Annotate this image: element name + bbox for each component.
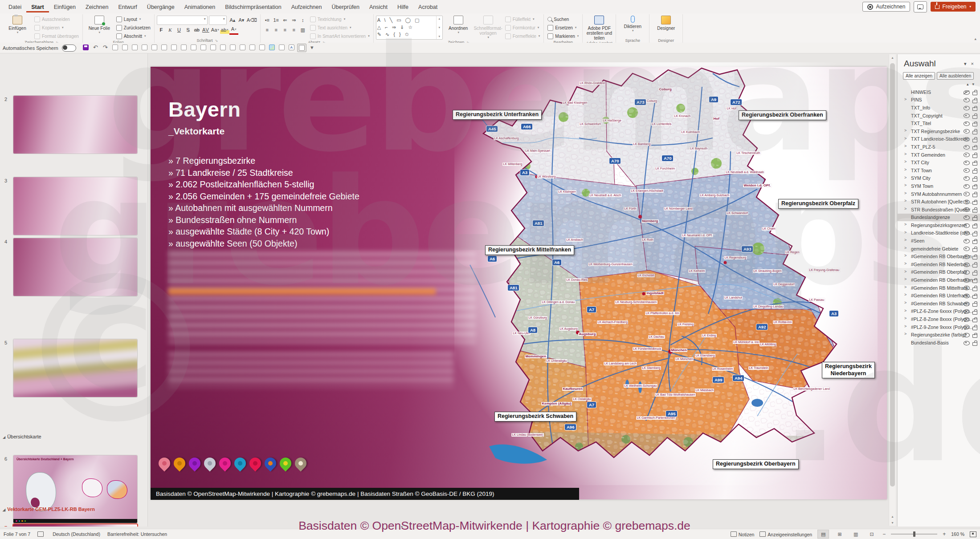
visibility-icon[interactable]	[964, 184, 970, 189]
gallery-scroll-icon[interactable]: ▾	[438, 26, 440, 29]
layer-item-#gemeinden-rb-schwaben[interactable]: >#Gemeinden RB Schwaben	[898, 300, 980, 308]
unlock-icon[interactable]	[972, 100, 977, 103]
unlock-icon[interactable]	[972, 123, 977, 126]
visibility-icon[interactable]	[964, 200, 970, 204]
section-collapse-icon[interactable]: ◢	[3, 508, 5, 512]
section-collapse-icon[interactable]: ◢	[3, 435, 5, 439]
layer-item-#plz-9-zone-9xxxx-polygo[interactable]: >#PLZ-9-Zone 9xxxx (Polygo...	[898, 323, 980, 331]
pane-options-icon[interactable]: ▾	[962, 61, 969, 67]
font-style-button[interactable]: AV	[201, 26, 210, 34]
save-icon[interactable]	[82, 44, 90, 51]
layer-item-#seen[interactable]: >#Seen	[898, 237, 980, 245]
visibility-icon[interactable]	[964, 255, 970, 259]
unlock-icon[interactable]	[972, 280, 977, 283]
duplicate-icon[interactable]	[131, 44, 139, 51]
slide-thumbnail-5[interactable]	[13, 339, 137, 397]
zoom-level[interactable]: 160 %	[951, 531, 964, 537]
expand-chevron-icon[interactable]: >	[904, 292, 906, 297]
share-button[interactable]: Freigeben ▾	[931, 2, 976, 12]
unlock-icon[interactable]	[972, 162, 977, 166]
font-style-button[interactable]: ab▾	[220, 26, 229, 34]
slide-thumbnail-7[interactable]: Bayern	[13, 524, 137, 527]
slide-thumbnail-4[interactable]	[13, 238, 137, 296]
layer-item-txt-copyright[interactable]: TXT_Copyright	[898, 112, 980, 120]
layer-item-txt-titel[interactable]: TXT_Titel	[898, 119, 980, 127]
section-header-übersichtskarte[interactable]: ◢Übersichtskarte	[3, 434, 41, 439]
layer-item-pins[interactable]: >PINS	[898, 96, 980, 104]
paragraph-tool-button[interactable]: ⇒	[290, 16, 298, 24]
unlock-icon[interactable]	[972, 311, 977, 315]
expand-chevron-icon[interactable]: >	[904, 253, 906, 258]
unlock-icon[interactable]	[972, 115, 977, 119]
layer-item-#gemeinden-rb-unterfrank[interactable]: >#Gemeinden RB Unterfrank...	[898, 292, 980, 300]
unlock-icon[interactable]	[972, 201, 977, 205]
language-label[interactable]: Deutsch (Deutschland)	[53, 531, 100, 537]
expand-chevron-icon[interactable]: >	[904, 332, 906, 336]
unlock-icon[interactable]	[972, 139, 977, 142]
draw-icon[interactable]	[170, 44, 178, 51]
slideshow-button[interactable]: ⊡	[866, 530, 877, 538]
layer-item-txt-landkreise-stadtkreise[interactable]: >TXT Landkreise-Stadtkreise	[898, 135, 980, 143]
font-tool-button[interactable]: A⌫	[246, 16, 258, 24]
selpane-icon[interactable]	[297, 44, 306, 52]
layer-item-#gemeinden-rb-oberbayern[interactable]: >#Gemeinden RB Oberbayern	[898, 252, 980, 260]
layer-item-txt-info[interactable]: TXT_Info	[898, 104, 980, 112]
ersetzen-button[interactable]: Ersetzen▾	[546, 24, 580, 32]
crop-icon[interactable]	[248, 44, 257, 51]
menu-tab-start[interactable]: Start	[26, 1, 49, 12]
font-style-button[interactable]: S	[184, 26, 192, 34]
slide-sorter-button[interactable]: ⊞	[834, 530, 845, 538]
layer-item-#gemeinden-rb-oberpfalz[interactable]: >#Gemeinden RB Oberpfalz	[898, 268, 980, 276]
unlock-icon[interactable]	[972, 233, 977, 236]
unlock-icon[interactable]	[972, 272, 977, 276]
erase-icon[interactable]	[180, 44, 188, 51]
visibility-icon[interactable]	[964, 270, 970, 275]
layer-item-sym-city[interactable]: >SYM City	[898, 174, 980, 182]
paragraph-tool-button[interactable]: •≡	[263, 16, 272, 24]
gallery-scroll-icon[interactable]: ▾	[438, 35, 440, 38]
image-icon[interactable]	[268, 44, 276, 51]
menu-tab-ansicht[interactable]: Ansicht	[364, 1, 392, 12]
layer-item-str-autobahnen-quelle-b[interactable]: >STR Autobahnen [Quelle: B...	[898, 198, 980, 206]
layer-item-sym-town[interactable]: >SYM Town	[898, 182, 980, 190]
unlock-icon[interactable]	[972, 288, 977, 291]
charcolor-icon[interactable]	[209, 44, 217, 51]
layer-item-gemeindefreie-gebiete[interactable]: >gemeindefreie Gebiete	[898, 245, 980, 253]
font-tool-button[interactable]: A▴	[228, 16, 237, 24]
font-style-button[interactable]: U	[175, 26, 184, 34]
expand-chevron-icon[interactable]: >	[904, 285, 906, 289]
font-style-button[interactable]: A▾	[229, 25, 238, 35]
normal-view-button[interactable]: ▤	[817, 530, 829, 539]
layer-item-#gemeinden-rb-niederbay[interactable]: >#Gemeinden RB Niederbay...	[898, 260, 980, 268]
expand-chevron-icon[interactable]: >	[904, 136, 906, 141]
shapes-gallery[interactable]: A \ ╲ ▭ ◯ ▢△ ⌐ ⇒ ⇓ ☆✎ ∿ { } ✩▴▾▾	[376, 16, 443, 40]
expand-chevron-icon[interactable]: >	[904, 191, 906, 195]
expand-chevron-icon[interactable]: >	[904, 222, 906, 227]
expand-chevron-icon[interactable]: >	[904, 97, 906, 101]
layer-item-txt-city[interactable]: >TXT City	[898, 158, 980, 166]
menu-tab-entwurf[interactable]: Entwurf	[113, 1, 142, 12]
visibility-icon[interactable]	[964, 113, 970, 118]
layer-item-#gemeinden-rb-oberfranken[interactable]: >#Gemeinden RB Oberfranken	[898, 276, 980, 284]
visibility-icon[interactable]	[964, 341, 970, 345]
layer-item-txt-town[interactable]: >TXT Town	[898, 166, 980, 174]
layer-item-#gemeinden-rb-mittelfrank[interactable]: >#Gemeinden RB Mittelfrank...	[898, 284, 980, 292]
layer-item-#plz-6-zone-6xxxx-polygo[interactable]: >#PLZ-6-Zone 6xxxx (Polygo...	[898, 308, 980, 316]
expand-chevron-icon[interactable]: >	[904, 159, 906, 164]
unlock-icon[interactable]	[972, 131, 977, 134]
visibility-icon[interactable]	[964, 247, 970, 251]
display-settings-button[interactable]: Anzeigeeinstellungen	[760, 531, 812, 537]
visibility-icon[interactable]	[964, 176, 970, 181]
visibility-icon[interactable]	[964, 122, 970, 126]
visibility-off-icon[interactable]	[964, 90, 970, 95]
gallery-scroll-icon[interactable]: ▴	[438, 17, 440, 20]
expand-chevron-icon[interactable]: >	[904, 199, 906, 203]
fontcolor-icon[interactable]	[199, 44, 208, 51]
zoom-in-icon[interactable]: +	[943, 531, 946, 537]
paragraph-tool-button[interactable]: ⇐	[281, 16, 290, 24]
pointer-icon[interactable]	[219, 44, 227, 51]
menu-tab-animationen[interactable]: Animationen	[180, 1, 220, 12]
menu-tab-bildschirmpräsentation[interactable]: Bildschirmpräsentation	[220, 1, 286, 12]
visibility-icon[interactable]	[964, 153, 970, 157]
unlock-icon[interactable]	[972, 209, 977, 213]
